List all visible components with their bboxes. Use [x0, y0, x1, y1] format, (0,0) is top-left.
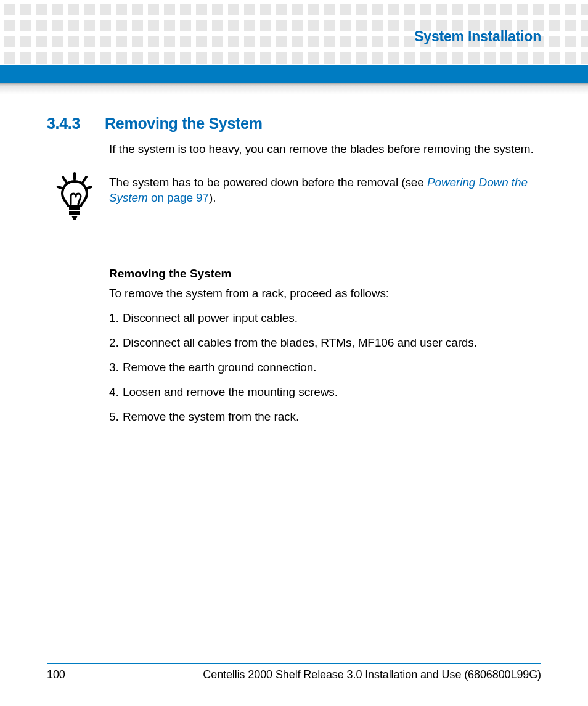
- svg-line-2: [83, 177, 86, 183]
- list-item: 1. Disconnect all power input cables.: [109, 311, 541, 325]
- tip-text-suffix: ).: [209, 191, 216, 204]
- page-header: System Installation: [414, 28, 541, 45]
- lightbulb-icon: [55, 172, 94, 224]
- step-text: Remove the earth ground connection.: [123, 361, 316, 374]
- svg-line-1: [63, 177, 67, 183]
- tip-paragraph: The system has to be powered down before…: [47, 174, 541, 206]
- list-item: 3. Remove the earth ground connection.: [109, 361, 541, 374]
- step-number: 2.: [109, 336, 123, 350]
- step-number: 1.: [109, 311, 123, 325]
- section-title: Removing the System: [105, 115, 262, 133]
- procedure-heading: Removing the System: [109, 267, 541, 281]
- procedure-steps: 1. Disconnect all power input cables.2. …: [109, 311, 541, 424]
- svg-rect-6: [69, 211, 80, 215]
- footer-rule: [47, 663, 541, 664]
- svg-rect-5: [69, 206, 80, 210]
- step-number: 3.: [109, 361, 123, 374]
- list-item: 4. Loosen and remove the mounting screws…: [109, 385, 541, 399]
- header-bar: [0, 65, 588, 83]
- list-item: 2. Disconnect all cables from the blades…: [109, 336, 541, 350]
- list-item: 5. Remove the system from the rack.: [109, 410, 541, 424]
- step-text: Disconnect all cables from the blades, R…: [123, 336, 477, 349]
- tip-link-trail[interactable]: on page 97: [148, 191, 209, 204]
- header-shadow: [0, 83, 588, 94]
- step-text: Remove the system from the rack.: [123, 410, 299, 423]
- page-number: 100: [47, 668, 65, 681]
- step-text: Disconnect all power input cables.: [123, 311, 298, 324]
- step-number: 5.: [109, 410, 123, 424]
- header-title: System Installation: [414, 28, 541, 45]
- intro-paragraph: If the system is too heavy, you can remo…: [109, 141, 541, 157]
- step-text: Loosen and remove the mounting screws.: [123, 385, 338, 398]
- doc-title-footer: Centellis 2000 Shelf Release 3.0 Install…: [203, 668, 541, 681]
- tip-text-prefix: The system has to be powered down before…: [109, 176, 427, 189]
- section-number: 3.4.3: [47, 115, 80, 133]
- procedure-lead: To remove the system from a rack, procee…: [109, 287, 541, 300]
- step-number: 4.: [109, 385, 123, 399]
